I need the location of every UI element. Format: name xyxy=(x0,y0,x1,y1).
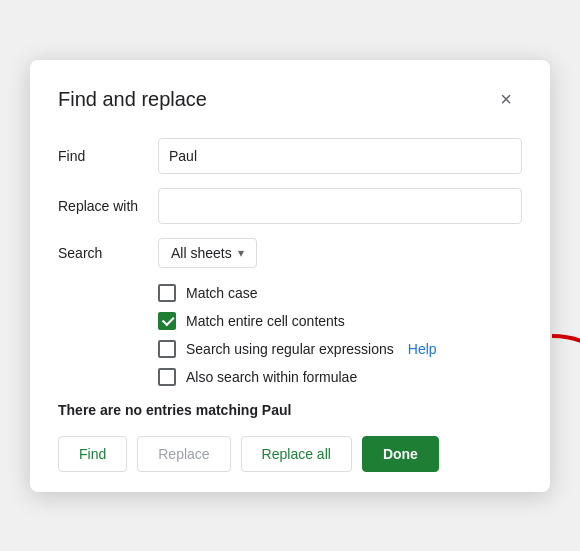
chevron-down-icon: ▾ xyxy=(238,246,244,260)
replace-button[interactable]: Replace xyxy=(137,436,230,472)
replace-all-button[interactable]: Replace all xyxy=(241,436,352,472)
regex-help-link[interactable]: Help xyxy=(408,341,437,357)
done-button[interactable]: Done xyxy=(362,436,439,472)
match-entire-label: Match entire cell contents xyxy=(186,313,345,329)
replace-row: Replace with xyxy=(58,188,522,224)
regex-checkbox[interactable] xyxy=(158,340,176,358)
checkboxes-section: Match case Match entire cell contents Se… xyxy=(58,284,522,386)
match-case-checkbox[interactable] xyxy=(158,284,176,302)
status-message: There are no entries matching Paul xyxy=(58,402,522,418)
match-case-row: Match case xyxy=(158,284,522,302)
close-button[interactable]: × xyxy=(490,84,522,116)
replace-label: Replace with xyxy=(58,198,158,214)
find-row: Find xyxy=(58,138,522,174)
match-entire-row: Match entire cell contents xyxy=(158,312,522,330)
regex-row: Search using regular expressions Help xyxy=(158,340,522,358)
find-button[interactable]: Find xyxy=(58,436,127,472)
formulae-checkbox[interactable] xyxy=(158,368,176,386)
match-case-label: Match case xyxy=(186,285,258,301)
formulae-row: Also search within formulae xyxy=(158,368,522,386)
find-input[interactable] xyxy=(158,138,522,174)
dialog-footer: Find Replace Replace all Done xyxy=(58,436,522,472)
formulae-label: Also search within formulae xyxy=(186,369,357,385)
find-label: Find xyxy=(58,148,158,164)
red-arrow-icon xyxy=(542,326,580,396)
dialog-title: Find and replace xyxy=(58,88,207,111)
match-entire-checkbox[interactable] xyxy=(158,312,176,330)
replace-input[interactable] xyxy=(158,188,522,224)
regex-label: Search using regular expressions xyxy=(186,341,394,357)
find-replace-dialog: Find and replace × Find Replace with Sea… xyxy=(30,60,550,492)
search-row: Search All sheets ▾ xyxy=(58,238,522,268)
dialog-header: Find and replace × xyxy=(58,84,522,116)
search-dropdown[interactable]: All sheets ▾ xyxy=(158,238,257,268)
search-label: Search xyxy=(58,245,158,261)
search-dropdown-value: All sheets xyxy=(171,245,232,261)
